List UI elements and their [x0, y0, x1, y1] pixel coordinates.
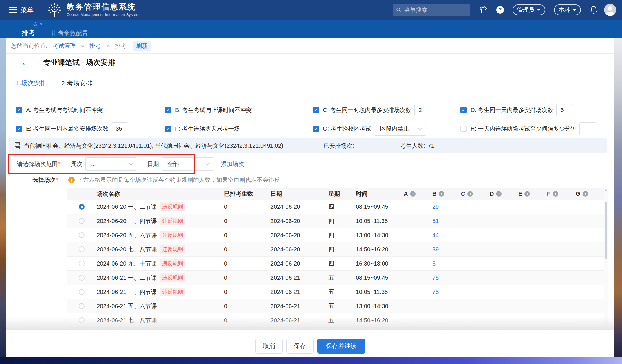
violation-count-link[interactable]: 29 — [432, 204, 439, 210]
info-icon[interactable]: i — [553, 191, 558, 197]
chevron-down-icon — [573, 9, 576, 11]
session-time: 14:50~16:20 — [355, 246, 403, 253]
role-dropdown[interactable]: 管理员 — [513, 4, 545, 15]
rule-value-input[interactable] — [111, 122, 128, 135]
save-button[interactable]: 保存 — [286, 339, 314, 354]
rule-label: A: 考生考试与考试时间不冲突 — [26, 106, 103, 114]
back-arrow-icon[interactable]: ← — [21, 58, 30, 67]
session-radio[interactable] — [79, 204, 85, 210]
theme-shirt-icon[interactable] — [479, 6, 488, 14]
notification-bell-icon[interactable] — [590, 6, 598, 14]
tab-paikao-params[interactable]: 排考参数配置 — [52, 29, 88, 37]
info-icon[interactable]: i — [583, 191, 588, 197]
session-date: 2024-06-20 — [269, 218, 327, 224]
rule-checkbox[interactable]: ✓ — [460, 107, 467, 113]
hamburger-menu-icon[interactable] — [9, 7, 17, 13]
violation-count-link[interactable]: 39 — [432, 246, 439, 253]
session-date: 2024-06-21 — [269, 289, 327, 295]
constraint-rule: ✓ B: 考生考试与上课时间不冲突 — [165, 103, 313, 117]
step-tab-session-arrangement[interactable]: 1.场次安排 — [16, 79, 47, 92]
session-radio[interactable] — [79, 261, 85, 266]
rule-column-letter: F — [547, 191, 550, 197]
session-time: 08:15~09:45 — [355, 204, 403, 210]
constraint-rule: ✓ D: 考生同一天内最多安排场次数 — [460, 103, 614, 117]
week-select[interactable]: ... — [85, 157, 137, 171]
violation-cell-B: 75 — [431, 275, 460, 281]
step-tabs: 1.场次安排 2.考场安排 — [6, 71, 614, 92]
rule-checkbox[interactable]: ✓ — [165, 126, 171, 132]
page-title: 专业课笔试 - 场次安排 — [43, 58, 115, 67]
rule-select[interactable]: 区段内禁止 — [374, 122, 426, 136]
breadcrumb-link-exam-management[interactable]: 考试管理 — [53, 42, 76, 50]
tab-paikao[interactable]: 排考 — [22, 28, 35, 37]
menu-search[interactable] — [393, 4, 470, 16]
table-row: 2024-06-20 三、四节课 违反规则 0 2024-06-20 四 10:… — [67, 214, 608, 228]
rule-value-input[interactable] — [556, 104, 573, 116]
search-input[interactable] — [404, 6, 467, 14]
info-icon[interactable]: i — [410, 191, 416, 197]
course-name: 当代德国社会、经济与文化(23242.3.121.0491.01), 当代德国社… — [24, 142, 283, 150]
breadcrumb-link-paikao[interactable]: 排考 — [89, 42, 101, 50]
session-radio[interactable] — [79, 246, 85, 252]
scrollbar-thumb[interactable] — [605, 202, 607, 259]
campus-dropdown[interactable]: 本科 — [554, 4, 581, 15]
info-icon[interactable]: i — [439, 191, 444, 197]
col-rule: F i — [546, 191, 575, 197]
save-and-continue-button[interactable]: 保存并继续 — [317, 339, 365, 354]
session-radio[interactable] — [79, 232, 85, 238]
violation-badge: 违反规则 — [160, 217, 185, 225]
info-icon[interactable]: i — [467, 191, 473, 197]
session-date: 2024-06-20 — [269, 204, 327, 210]
rule-value-input[interactable] — [579, 122, 596, 135]
scrollbar-up-arrow-icon[interactable]: ▲ — [604, 188, 608, 191]
rule-checkbox[interactable]: ✓ — [16, 107, 22, 113]
rule-label: E: 考生同一周内最多安排场次数 — [26, 125, 108, 133]
info-icon[interactable]: i — [496, 191, 502, 197]
violation-count-link[interactable]: 75 — [432, 289, 439, 295]
session-radio[interactable] — [79, 275, 85, 281]
violation-cell-B: 75 — [431, 289, 460, 295]
scheduled-examinees-value: 0 — [223, 303, 269, 310]
rules-grid: ✓ A: 考生考试与考试时间不冲突 ✓ B: 考生考试与上课时间不冲突 ✓ C:… — [6, 92, 614, 136]
table-row: 2024-06-21 三、四节课 违反规则 0 2024-06-21 五 10:… — [67, 285, 608, 299]
rule-checkbox[interactable]: ✓ — [313, 107, 319, 113]
help-icon[interactable]: ? — [496, 6, 504, 14]
examinee-count-value: 71 — [428, 142, 434, 149]
step-tab-room-arrangement[interactable]: 2.考场安排 — [61, 79, 92, 92]
session-name: 2024-06-20 七、八节课 — [97, 246, 157, 253]
desktop-wallpaper-right — [614, 38, 622, 364]
title-divider — [37, 58, 37, 66]
violation-count-link[interactable]: 75 — [432, 275, 439, 281]
cancel-button[interactable]: 取消 — [255, 339, 283, 354]
violation-count-link[interactable]: 6 — [432, 260, 436, 267]
session-radio[interactable] — [79, 289, 85, 295]
user-avatar[interactable] — [604, 4, 616, 16]
rule-column-letter: G — [576, 191, 580, 197]
date-select[interactable]: 全部 — [162, 157, 213, 171]
sessions-table: 场次名称 已排考生数 日期 星期 时间 A i B i C i D i E i … — [67, 188, 608, 328]
open-tabs-bar: × 排考 排考参数配置 — [0, 20, 622, 38]
rule-checkbox[interactable]: ✓ — [16, 126, 22, 132]
rule-column-letter: E — [518, 191, 522, 197]
session-radio[interactable] — [79, 303, 85, 309]
rule-select-value: 区段内禁止 — [380, 125, 409, 133]
session-weekday: 四 — [327, 231, 355, 239]
rule-checkbox[interactable]: ✓ — [165, 107, 171, 113]
session-time: 08:15~09:45 — [355, 275, 403, 281]
add-session-link[interactable]: 添加场次 — [221, 160, 244, 168]
violation-cell-B: 6 — [431, 260, 460, 267]
session-radio[interactable] — [79, 218, 85, 224]
violation-count-link[interactable]: 44 — [432, 232, 439, 239]
rule-value-input[interactable] — [414, 104, 431, 116]
constraint-rule: ✓ C: 考生同一时段内最多安排场次数 — [313, 103, 460, 117]
info-icon[interactable]: i — [524, 191, 530, 197]
breadcrumb-separator-icon: » — [81, 42, 85, 49]
app-subtitle: Course Management Information System — [67, 12, 139, 17]
rule-checkbox[interactable] — [460, 126, 467, 132]
close-tab-icon[interactable]: × — [40, 21, 43, 27]
violation-count-link[interactable]: 51 — [432, 218, 439, 224]
rule-checkbox[interactable]: ✓ — [313, 126, 319, 132]
breadcrumb-refresh-button[interactable]: 刷新 — [133, 41, 151, 51]
menu-label[interactable]: 菜单 — [20, 6, 34, 14]
refresh-icon[interactable] — [33, 22, 38, 27]
